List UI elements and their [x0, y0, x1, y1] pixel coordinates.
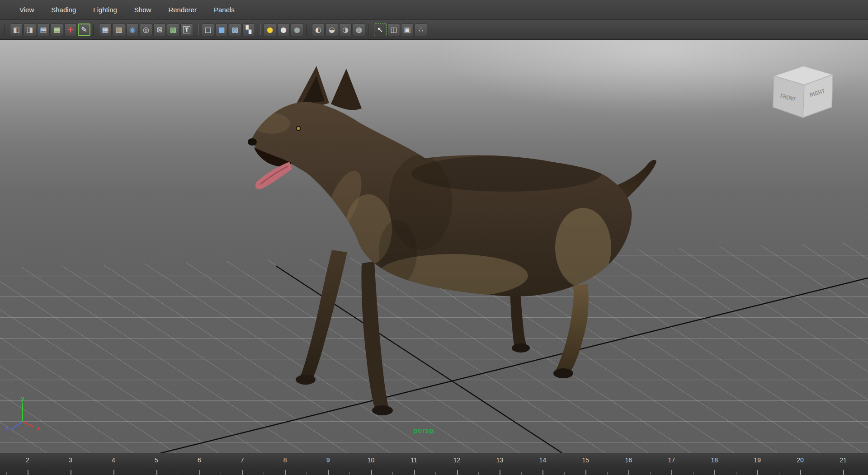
- frame-number[interactable]: 6: [198, 456, 201, 464]
- frame-number[interactable]: 14: [539, 456, 547, 464]
- grid-icon-glyph: ▦: [102, 26, 108, 33]
- menu-item-view[interactable]: View: [11, 3, 42, 17]
- timeline-tick: [285, 470, 286, 475]
- safe-title-icon[interactable]: T: [180, 24, 193, 36]
- timeline-tick: [843, 470, 844, 475]
- dog-front-far-leg: [361, 261, 389, 410]
- frame-number[interactable]: 3: [69, 456, 72, 464]
- camera-attributes-icon-glyph: ◨: [26, 26, 33, 33]
- menu-bar: ViewShadingLightingShowRendererPanels: [0, 0, 868, 20]
- frame-number[interactable]: 9: [326, 456, 330, 464]
- timeline-tick: [349, 472, 350, 475]
- dog-front-far-paw: [372, 405, 393, 415]
- textured-icon[interactable]: ▩: [229, 24, 241, 36]
- xray-active-icon[interactable]: ▣: [401, 24, 414, 36]
- frame-number[interactable]: 21: [840, 456, 847, 464]
- menu-item-lighting[interactable]: Lighting: [85, 3, 126, 17]
- frame-number[interactable]: 16: [625, 456, 632, 464]
- dog-model[interactable]: [248, 66, 656, 415]
- frame-number[interactable]: 19: [754, 456, 761, 464]
- menu-item-shading[interactable]: Shading: [42, 3, 85, 17]
- resolution-gate-icon[interactable]: ◉: [126, 24, 139, 36]
- timeline-tick: [865, 472, 865, 475]
- isolate-select-icon[interactable]: ↖: [374, 24, 387, 36]
- timeline-tick: [414, 470, 415, 475]
- grease-pencil-icon-glyph: ✎: [81, 26, 87, 33]
- dog-hind-near-paw: [553, 368, 573, 378]
- image-plane-icon[interactable]: ▦: [51, 24, 63, 36]
- timeline-tick: [800, 470, 801, 475]
- timeline-tick: [135, 472, 135, 475]
- grease-pencil-icon[interactable]: ✎: [78, 24, 90, 36]
- shadows-icon[interactable]: ◐: [312, 24, 325, 36]
- dog-ear-back: [331, 69, 362, 110]
- frame-number[interactable]: 10: [368, 456, 375, 464]
- gate-mask-icon[interactable]: ◎: [140, 24, 152, 36]
- time-slider[interactable]: 23456789101112131415161718192021: [0, 453, 868, 475]
- timeline-tick: [822, 472, 822, 475]
- frame-number[interactable]: 17: [668, 456, 675, 464]
- timeline-tick: [628, 470, 629, 475]
- image-plane-icon-glyph: ▦: [53, 26, 60, 33]
- use-default-material-icon-glyph: ▚: [246, 26, 251, 33]
- frame-number[interactable]: 13: [496, 456, 504, 464]
- timeline-tick: [307, 472, 307, 475]
- default-lighting-icon-glyph: ●: [280, 26, 287, 33]
- default-lighting-icon[interactable]: ●: [277, 24, 290, 36]
- select-camera-icon-glyph: ◧: [13, 26, 19, 33]
- lights-icon[interactable]: ●: [264, 24, 276, 36]
- frame-number[interactable]: 18: [711, 456, 718, 464]
- x-axis-label: x: [36, 425, 40, 432]
- frame-number[interactable]: 20: [797, 456, 804, 464]
- camera-attributes-icon[interactable]: ◨: [24, 24, 36, 36]
- frame-number[interactable]: 15: [582, 456, 590, 464]
- grid-icon[interactable]: ▦: [99, 24, 112, 36]
- toolbar-separator: [196, 24, 199, 35]
- frame-number[interactable]: 11: [410, 456, 417, 464]
- safe-action-icon[interactable]: ▩: [167, 24, 179, 36]
- frame-number[interactable]: 2: [26, 456, 29, 464]
- timeline-tick: [242, 470, 243, 475]
- wireframe-icon[interactable]: □: [202, 24, 214, 36]
- z-axis-line: [12, 422, 23, 429]
- multisample-aa-icon[interactable]: ◍: [353, 24, 365, 36]
- use-default-material-icon[interactable]: ▚: [242, 24, 255, 36]
- viewport-toolbar: ◧◨▤▦+✎▦▥◉◎⊠▩T□■▩▚●●●◐◒◑◍↖◫▣∴: [0, 20, 868, 40]
- screen-space-ao-icon[interactable]: ◒: [326, 24, 338, 36]
- field-chart-icon[interactable]: ⊠: [153, 24, 166, 36]
- toolbar-grip[interactable]: [5, 24, 7, 35]
- timeline-tick: [49, 472, 49, 475]
- frame-number[interactable]: 5: [155, 456, 158, 464]
- film-gate-icon[interactable]: ▥: [113, 24, 125, 36]
- select-camera-icon[interactable]: ◧: [10, 24, 23, 36]
- smooth-shade-all-icon[interactable]: ■: [215, 24, 228, 36]
- motion-blur-icon[interactable]: ◑: [339, 24, 352, 36]
- view-cube[interactable]: FRONT RIGHT: [773, 66, 833, 118]
- dog-nose: [248, 138, 257, 146]
- frame-number[interactable]: 7: [241, 456, 244, 464]
- share-icon[interactable]: ∴: [415, 24, 427, 36]
- bookmarks-icon[interactable]: ▤: [37, 24, 50, 36]
- menu-item-renderer[interactable]: Renderer: [160, 3, 205, 17]
- dog-hind-far-paw: [512, 343, 530, 353]
- menu-item-panels[interactable]: Panels: [205, 3, 243, 17]
- frame-number[interactable]: 12: [453, 456, 461, 464]
- xray-icon[interactable]: ◫: [387, 24, 400, 36]
- frame-number[interactable]: 4: [112, 456, 115, 464]
- ambient-lighting-icon-glyph: ●: [294, 26, 300, 33]
- lights-icon-glyph: ●: [267, 26, 273, 33]
- timeline-tick: [221, 472, 221, 475]
- wireframe-icon-glyph: □: [204, 26, 211, 33]
- menu-item-show[interactable]: Show: [126, 3, 160, 17]
- timeline-tick: [714, 470, 715, 475]
- timeline-tick: [178, 472, 178, 475]
- frame-number[interactable]: 8: [283, 456, 287, 464]
- ambient-lighting-icon[interactable]: ●: [291, 24, 303, 36]
- timeline-tick: [693, 472, 693, 475]
- two-d-pan-zoom-icon[interactable]: +: [64, 24, 77, 36]
- timeline-tick: [585, 470, 586, 475]
- textured-icon-glyph: ▩: [231, 26, 238, 33]
- timeline-tick: [542, 470, 543, 475]
- viewport-canvas[interactable]: FRONT RIGHT y x z persp: [0, 40, 868, 453]
- timeline-tick: [71, 470, 71, 475]
